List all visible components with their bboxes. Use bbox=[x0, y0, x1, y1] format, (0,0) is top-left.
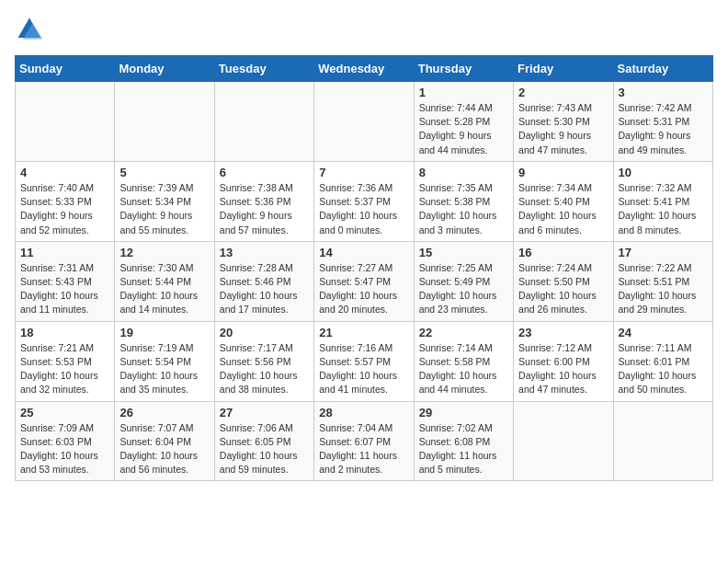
day-number: 12 bbox=[119, 246, 209, 259]
day-number: 3 bbox=[619, 86, 708, 99]
day-number: 7 bbox=[319, 166, 408, 179]
day-number: 21 bbox=[319, 326, 408, 339]
day-number: 24 bbox=[619, 326, 708, 339]
day-number: 10 bbox=[619, 166, 708, 179]
calendar-cell: 6Sunrise: 7:38 AM Sunset: 5:36 PM Daylig… bbox=[214, 161, 313, 241]
cell-info: Sunrise: 7:19 AM Sunset: 5:54 PM Dayligh… bbox=[119, 341, 209, 397]
calendar-cell: 22Sunrise: 7:14 AM Sunset: 5:58 PM Dayli… bbox=[414, 321, 513, 401]
day-number: 9 bbox=[518, 166, 608, 179]
day-number: 22 bbox=[419, 326, 508, 339]
cell-info: Sunrise: 7:02 AM Sunset: 6:08 PM Dayligh… bbox=[419, 421, 508, 477]
cell-info: Sunrise: 7:40 AM Sunset: 5:33 PM Dayligh… bbox=[20, 181, 109, 237]
cell-info: Sunrise: 7:25 AM Sunset: 5:49 PM Dayligh… bbox=[419, 261, 508, 317]
calendar-cell: 21Sunrise: 7:16 AM Sunset: 5:57 PM Dayli… bbox=[314, 321, 414, 401]
calendar-cell: 28Sunrise: 7:04 AM Sunset: 6:07 PM Dayli… bbox=[314, 401, 414, 481]
cell-info: Sunrise: 7:07 AM Sunset: 6:04 PM Dayligh… bbox=[119, 421, 209, 477]
calendar-cell: 14Sunrise: 7:27 AM Sunset: 5:47 PM Dayli… bbox=[314, 241, 414, 321]
calendar-cell: 1Sunrise: 7:44 AM Sunset: 5:28 PM Daylig… bbox=[414, 82, 513, 162]
calendar-cell bbox=[314, 82, 414, 162]
calendar-cell: 5Sunrise: 7:39 AM Sunset: 5:34 PM Daylig… bbox=[115, 161, 214, 241]
cell-info: Sunrise: 7:04 AM Sunset: 6:07 PM Dayligh… bbox=[319, 421, 408, 477]
day-number: 15 bbox=[419, 246, 508, 259]
calendar-cell: 9Sunrise: 7:34 AM Sunset: 5:40 PM Daylig… bbox=[514, 161, 613, 241]
calendar-cell bbox=[613, 401, 712, 481]
header-tuesday: Tuesday bbox=[214, 56, 313, 82]
cell-info: Sunrise: 7:11 AM Sunset: 6:01 PM Dayligh… bbox=[619, 341, 708, 397]
header-monday: Monday bbox=[115, 56, 214, 82]
calendar-cell: 3Sunrise: 7:42 AM Sunset: 5:31 PM Daylig… bbox=[613, 82, 712, 162]
calendar-header-row: SundayMondayTuesdayWednesdayThursdayFrid… bbox=[16, 56, 713, 82]
cell-info: Sunrise: 7:38 AM Sunset: 5:36 PM Dayligh… bbox=[220, 181, 309, 237]
day-number: 20 bbox=[220, 326, 309, 339]
header-sunday: Sunday bbox=[16, 56, 115, 82]
calendar-table: SundayMondayTuesdayWednesdayThursdayFrid… bbox=[15, 55, 713, 481]
day-number: 26 bbox=[119, 406, 209, 419]
calendar-cell: 11Sunrise: 7:31 AM Sunset: 5:43 PM Dayli… bbox=[16, 241, 115, 321]
calendar-cell bbox=[115, 82, 214, 162]
calendar-cell: 19Sunrise: 7:19 AM Sunset: 5:54 PM Dayli… bbox=[115, 321, 214, 401]
day-number: 6 bbox=[220, 166, 309, 179]
logo-icon bbox=[15, 15, 44, 44]
calendar-cell: 15Sunrise: 7:25 AM Sunset: 5:49 PM Dayli… bbox=[414, 241, 513, 321]
cell-info: Sunrise: 7:21 AM Sunset: 5:53 PM Dayligh… bbox=[20, 341, 109, 397]
cell-info: Sunrise: 7:24 AM Sunset: 5:50 PM Dayligh… bbox=[518, 261, 608, 317]
cell-info: Sunrise: 7:31 AM Sunset: 5:43 PM Dayligh… bbox=[20, 261, 109, 317]
logo bbox=[15, 15, 48, 44]
day-number: 18 bbox=[20, 326, 109, 339]
calendar-week-4: 18Sunrise: 7:21 AM Sunset: 5:53 PM Dayli… bbox=[16, 321, 713, 401]
calendar-cell bbox=[514, 401, 613, 481]
calendar-cell: 16Sunrise: 7:24 AM Sunset: 5:50 PM Dayli… bbox=[514, 241, 613, 321]
calendar-cell: 7Sunrise: 7:36 AM Sunset: 5:37 PM Daylig… bbox=[314, 161, 414, 241]
calendar-cell: 25Sunrise: 7:09 AM Sunset: 6:03 PM Dayli… bbox=[16, 401, 115, 481]
calendar-cell: 10Sunrise: 7:32 AM Sunset: 5:41 PM Dayli… bbox=[613, 161, 712, 241]
cell-info: Sunrise: 7:28 AM Sunset: 5:46 PM Dayligh… bbox=[220, 261, 309, 317]
day-number: 1 bbox=[419, 86, 508, 99]
day-number: 11 bbox=[20, 246, 109, 259]
calendar-cell: 12Sunrise: 7:30 AM Sunset: 5:44 PM Dayli… bbox=[115, 241, 214, 321]
cell-info: Sunrise: 7:12 AM Sunset: 6:00 PM Dayligh… bbox=[518, 341, 608, 397]
calendar-week-1: 1Sunrise: 7:44 AM Sunset: 5:28 PM Daylig… bbox=[16, 82, 713, 162]
day-number: 2 bbox=[518, 86, 608, 99]
calendar-cell: 24Sunrise: 7:11 AM Sunset: 6:01 PM Dayli… bbox=[613, 321, 712, 401]
day-number: 29 bbox=[419, 406, 508, 419]
cell-info: Sunrise: 7:14 AM Sunset: 5:58 PM Dayligh… bbox=[419, 341, 508, 397]
calendar-cell: 2Sunrise: 7:43 AM Sunset: 5:30 PM Daylig… bbox=[514, 82, 613, 162]
cell-info: Sunrise: 7:30 AM Sunset: 5:44 PM Dayligh… bbox=[119, 261, 209, 317]
cell-info: Sunrise: 7:35 AM Sunset: 5:38 PM Dayligh… bbox=[419, 181, 508, 237]
calendar-cell: 13Sunrise: 7:28 AM Sunset: 5:46 PM Dayli… bbox=[214, 241, 313, 321]
day-number: 13 bbox=[220, 246, 309, 259]
page-header bbox=[15, 15, 713, 44]
calendar-cell: 26Sunrise: 7:07 AM Sunset: 6:04 PM Dayli… bbox=[115, 401, 214, 481]
day-number: 4 bbox=[20, 166, 109, 179]
calendar-week-2: 4Sunrise: 7:40 AM Sunset: 5:33 PM Daylig… bbox=[16, 161, 713, 241]
header-friday: Friday bbox=[514, 56, 613, 82]
cell-info: Sunrise: 7:43 AM Sunset: 5:30 PM Dayligh… bbox=[518, 101, 608, 157]
cell-info: Sunrise: 7:09 AM Sunset: 6:03 PM Dayligh… bbox=[20, 421, 109, 477]
header-thursday: Thursday bbox=[414, 56, 513, 82]
cell-info: Sunrise: 7:17 AM Sunset: 5:56 PM Dayligh… bbox=[220, 341, 309, 397]
cell-info: Sunrise: 7:22 AM Sunset: 5:51 PM Dayligh… bbox=[619, 261, 708, 317]
calendar-cell: 20Sunrise: 7:17 AM Sunset: 5:56 PM Dayli… bbox=[214, 321, 313, 401]
cell-info: Sunrise: 7:32 AM Sunset: 5:41 PM Dayligh… bbox=[619, 181, 708, 237]
cell-info: Sunrise: 7:27 AM Sunset: 5:47 PM Dayligh… bbox=[319, 261, 408, 317]
cell-info: Sunrise: 7:06 AM Sunset: 6:05 PM Dayligh… bbox=[220, 421, 309, 477]
calendar-cell bbox=[214, 82, 313, 162]
cell-info: Sunrise: 7:34 AM Sunset: 5:40 PM Dayligh… bbox=[518, 181, 608, 237]
cell-info: Sunrise: 7:44 AM Sunset: 5:28 PM Dayligh… bbox=[419, 101, 508, 157]
day-number: 17 bbox=[619, 246, 708, 259]
day-number: 25 bbox=[20, 406, 109, 419]
day-number: 5 bbox=[119, 166, 209, 179]
calendar-cell: 4Sunrise: 7:40 AM Sunset: 5:33 PM Daylig… bbox=[16, 161, 115, 241]
calendar-cell: 17Sunrise: 7:22 AM Sunset: 5:51 PM Dayli… bbox=[613, 241, 712, 321]
calendar-cell: 23Sunrise: 7:12 AM Sunset: 6:00 PM Dayli… bbox=[514, 321, 613, 401]
cell-info: Sunrise: 7:36 AM Sunset: 5:37 PM Dayligh… bbox=[319, 181, 408, 237]
header-saturday: Saturday bbox=[613, 56, 712, 82]
day-number: 28 bbox=[319, 406, 408, 419]
day-number: 23 bbox=[518, 326, 608, 339]
day-number: 8 bbox=[419, 166, 508, 179]
day-number: 19 bbox=[119, 326, 209, 339]
calendar-cell: 8Sunrise: 7:35 AM Sunset: 5:38 PM Daylig… bbox=[414, 161, 513, 241]
day-number: 16 bbox=[518, 246, 608, 259]
header-wednesday: Wednesday bbox=[314, 56, 414, 82]
calendar-cell bbox=[16, 82, 115, 162]
